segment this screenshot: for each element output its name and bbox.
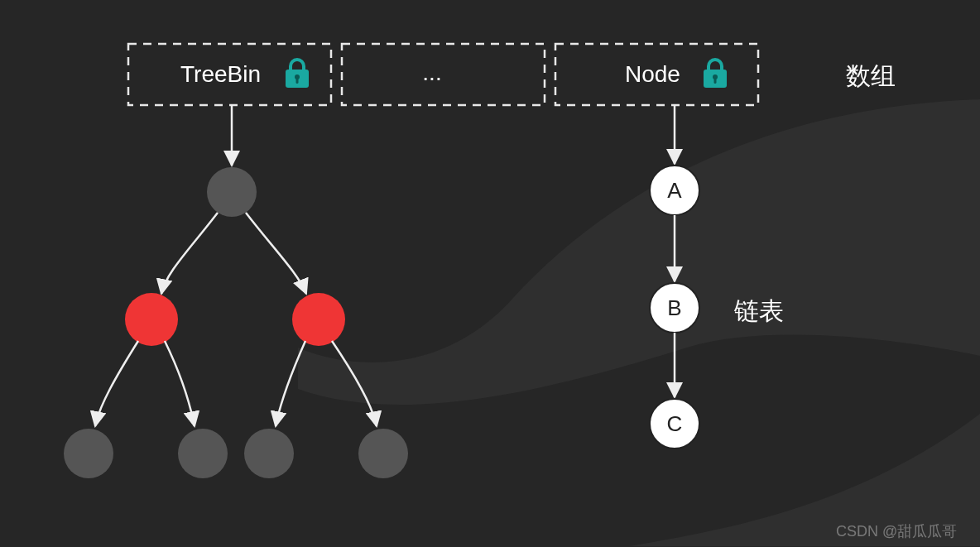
tree-node-red <box>292 293 345 346</box>
slot-node-label: Node <box>625 61 680 87</box>
array-slot-middle: ... <box>342 44 545 105</box>
array-slot-node: Node <box>555 44 758 105</box>
list-node-label: B <box>667 295 681 320</box>
tree-structure <box>64 105 408 478</box>
tree-leaf <box>178 429 228 478</box>
tree-leaf <box>64 429 113 478</box>
list-node-label: C <box>667 411 683 436</box>
watermark: CSDN @甜瓜瓜哥 <box>836 523 957 540</box>
svg-rect-4 <box>342 44 545 105</box>
slot-treebin-label: TreeBin <box>180 61 261 87</box>
array-slot-treebin: TreeBin <box>128 44 331 105</box>
lock-icon <box>286 60 309 88</box>
array-label: 数组 <box>846 62 896 89</box>
slot-middle-label: ... <box>422 60 441 85</box>
linked-list-label: 链表 <box>733 297 784 324</box>
diagram-canvas: TreeBin ... Node 数组 A <box>0 0 980 547</box>
background-swoosh <box>298 99 980 546</box>
tree-root <box>207 167 257 217</box>
list-node-label: A <box>667 178 682 203</box>
tree-leaf <box>244 429 294 478</box>
tree-node-red <box>125 293 178 346</box>
lock-icon <box>704 60 727 88</box>
tree-leaf <box>358 429 408 478</box>
